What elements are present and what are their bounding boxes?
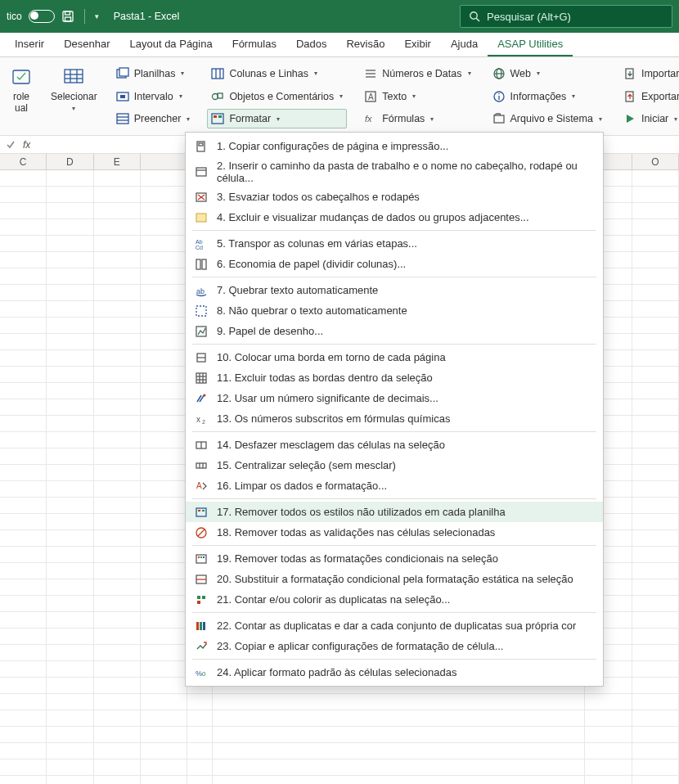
cell[interactable] — [94, 399, 141, 416]
cell[interactable] — [0, 661, 47, 678]
cmd-web[interactable]: Web▾ — [488, 64, 606, 83]
formula-confirm-icon[interactable] — [3, 137, 18, 152]
cell[interactable] — [141, 350, 187, 367]
cell[interactable] — [0, 727, 47, 743]
cell[interactable] — [632, 563, 679, 579]
cell[interactable] — [94, 514, 141, 530]
cell[interactable] — [141, 694, 187, 710]
cell[interactable] — [47, 661, 93, 678]
cell[interactable] — [47, 710, 93, 727]
cell[interactable] — [0, 645, 47, 661]
cell[interactable] — [47, 399, 93, 416]
menu-item-20[interactable]: 20. Substituir a formatação condicional … — [186, 569, 603, 589]
cell[interactable] — [47, 383, 93, 399]
cell[interactable] — [94, 203, 141, 219]
cell[interactable] — [47, 170, 93, 187]
cell[interactable] — [213, 759, 586, 776]
cell[interactable] — [0, 530, 47, 547]
cell[interactable] — [632, 383, 679, 399]
cell[interactable] — [94, 612, 141, 629]
menu-item-24[interactable]: %024. Aplicar formato padrão às células … — [186, 662, 603, 683]
cell[interactable] — [187, 759, 212, 776]
column-header[interactable]: D — [47, 154, 93, 169]
cell[interactable] — [632, 710, 679, 727]
cell[interactable] — [0, 383, 47, 399]
tab-inserir[interactable]: Inserir — [5, 33, 54, 56]
cell[interactable] — [94, 301, 141, 318]
cell[interactable] — [632, 252, 679, 268]
cell[interactable] — [141, 416, 187, 432]
cell[interactable] — [632, 203, 679, 219]
menu-item-14[interactable]: 14. Desfazer mesclagem das células na se… — [186, 435, 603, 455]
cell[interactable] — [0, 236, 47, 252]
tab-formulas[interactable]: Fórmulas — [223, 33, 286, 56]
cell[interactable] — [47, 694, 93, 710]
cell[interactable] — [141, 170, 187, 187]
cell[interactable] — [632, 170, 679, 187]
cell[interactable] — [213, 727, 586, 743]
cell[interactable] — [0, 285, 47, 301]
cell[interactable] — [0, 432, 47, 448]
cell[interactable] — [0, 694, 47, 710]
cell[interactable] — [0, 678, 47, 694]
cell[interactable] — [632, 399, 679, 416]
cell[interactable] — [632, 432, 679, 448]
cell[interactable] — [0, 268, 47, 285]
cell[interactable] — [0, 350, 47, 367]
cell[interactable] — [94, 776, 141, 784]
cell[interactable] — [47, 645, 93, 661]
cell[interactable] — [632, 448, 679, 465]
menu-item-5[interactable]: AbCd5. Transpor as colunas em várias eta… — [186, 233, 603, 254]
cell[interactable] — [94, 285, 141, 301]
cell[interactable] — [94, 350, 141, 367]
cell[interactable] — [47, 727, 93, 743]
cell[interactable] — [213, 776, 586, 784]
cell[interactable] — [141, 530, 187, 547]
cell[interactable] — [47, 530, 93, 547]
cell[interactable] — [141, 776, 187, 784]
qat-customize-caret-icon[interactable]: ▾ — [95, 12, 99, 20]
cell[interactable] — [47, 678, 93, 694]
cmd-formatar[interactable]: Formatar▾ — [207, 109, 347, 128]
menu-item-11[interactable]: 11. Excluir todas as bordas dentro da se… — [186, 367, 603, 388]
cell[interactable] — [141, 710, 187, 727]
cell[interactable] — [94, 678, 141, 694]
cell[interactable] — [94, 727, 141, 743]
cell[interactable] — [94, 432, 141, 448]
cell[interactable] — [141, 301, 187, 318]
cell[interactable] — [47, 776, 93, 784]
cell[interactable] — [0, 252, 47, 268]
cell[interactable] — [585, 776, 632, 784]
cmd-iniciar[interactable]: Iniciar▾ — [619, 109, 679, 128]
cell[interactable] — [47, 563, 93, 579]
cell[interactable] — [141, 383, 187, 399]
cell[interactable] — [141, 579, 187, 596]
cell[interactable] — [632, 530, 679, 547]
cell[interactable] — [94, 367, 141, 383]
cell[interactable] — [94, 547, 141, 563]
cell[interactable] — [632, 727, 679, 743]
cell[interactable] — [141, 318, 187, 334]
cell[interactable] — [0, 219, 47, 236]
cell[interactable] — [94, 268, 141, 285]
cell[interactable] — [0, 187, 47, 203]
cell[interactable] — [47, 285, 93, 301]
cmd-importar[interactable]: Importar▾ — [619, 64, 679, 83]
cell[interactable] — [0, 743, 47, 759]
cell[interactable] — [141, 661, 187, 678]
cell[interactable] — [0, 596, 47, 612]
tab-ajuda[interactable]: Ajuda — [441, 33, 488, 56]
cell[interactable] — [213, 743, 586, 759]
cmd-formulas[interactable]: fxFórmulas▾ — [360, 109, 474, 128]
cell[interactable] — [213, 694, 586, 710]
cell[interactable] — [0, 710, 47, 727]
cell[interactable] — [187, 694, 212, 710]
cell[interactable] — [47, 759, 93, 776]
cell[interactable] — [94, 187, 141, 203]
cell[interactable] — [141, 612, 187, 629]
cell[interactable] — [0, 448, 47, 465]
cell[interactable] — [585, 759, 632, 776]
cell[interactable] — [632, 236, 679, 252]
cell[interactable] — [632, 367, 679, 383]
menu-item-22[interactable]: 22. Contar as duplicatas e dar a cada co… — [186, 615, 603, 636]
